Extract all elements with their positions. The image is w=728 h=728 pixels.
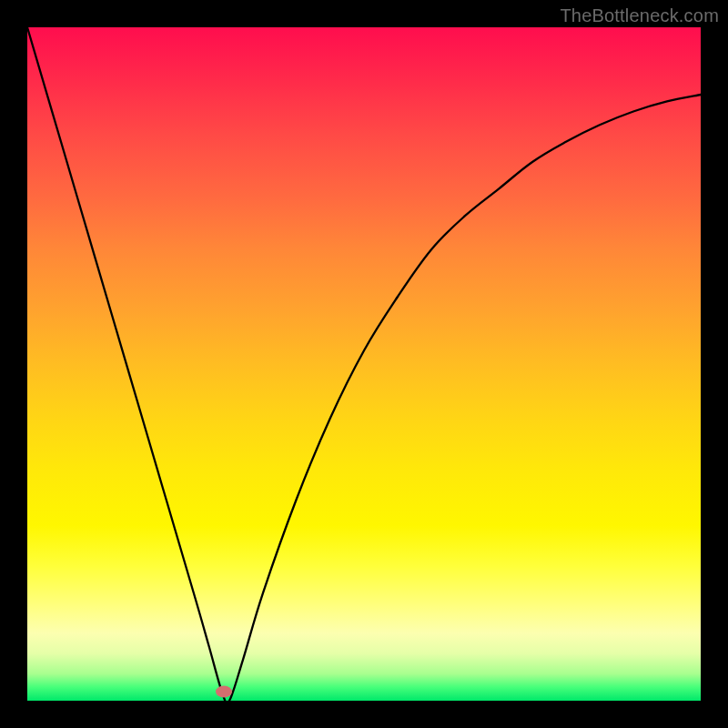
watermark-text: TheBottleneck.com xyxy=(560,5,719,26)
plot-area xyxy=(27,27,701,701)
chart-frame: TheBottleneck.com xyxy=(0,0,728,728)
curve-svg xyxy=(27,27,701,701)
min-marker xyxy=(216,686,232,698)
bottleneck-curve xyxy=(27,27,701,703)
